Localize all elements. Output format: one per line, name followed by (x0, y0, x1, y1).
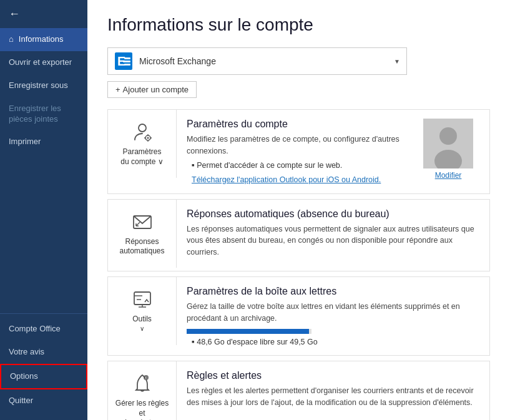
svg-rect-2 (124, 57, 130, 59)
boite-lettres-card: Outils∨ Paramètres de la boîte aux lettr… (107, 276, 490, 356)
boite-lettres-desc: Gérez la taille de votre boîte aux lettr… (187, 301, 479, 325)
storage-progress-fill (187, 329, 309, 334)
outlook-app-link[interactable]: Téléchargez l'application Outlook pour i… (192, 175, 381, 184)
sidebar-item-votre-avis[interactable]: Votre avis (0, 341, 87, 364)
sidebar-item-compte-office[interactable]: Compte Office (0, 318, 87, 341)
sidebar-item-label: Informations (19, 34, 64, 45)
main-content: Informations sur le compte E Microsoft E… (87, 0, 510, 420)
profile-edit-link[interactable]: Modifier (435, 171, 462, 180)
sidebar-item-enregistrer[interactable]: Enregistrer sous (0, 74, 87, 97)
regles-alertes-desc: Les règles et les alertes permettent d'o… (187, 385, 479, 409)
reponses-auto-content: Réponses automatiques (absence du bureau… (177, 200, 489, 271)
svg-point-13 (439, 127, 457, 145)
sidebar-item-label: Enregistrer les pièces jointes (9, 104, 61, 124)
account-dropdown[interactable]: E Microsoft Exchange ▼ (107, 47, 407, 75)
page-title: Informations sur le compte (107, 15, 490, 35)
dropdown-arrow-icon: ▼ (394, 58, 400, 65)
parametres-compte-content: Paramètres du compte Modifiez les paramè… (177, 110, 489, 193)
svg-rect-4 (124, 64, 130, 66)
exchange-logo: E (114, 52, 133, 71)
add-account-label: Ajouter un compte (123, 85, 189, 94)
boite-lettres-icon-box[interactable]: Outils∨ (108, 277, 177, 345)
reponses-auto-icon-box[interactable]: Réponsesautomatiques (108, 200, 177, 268)
reponses-auto-label[interactable]: Réponsesautomatiques (119, 237, 164, 256)
reponses-auto-title: Réponses automatiques (absence du bureau… (187, 208, 479, 220)
reponses-auto-card: Réponsesautomatiques Réponses automatiqu… (107, 199, 490, 271)
sidebar-item-label: Quitter (9, 396, 33, 405)
sidebar-item-label: Enregistrer sous (9, 81, 68, 90)
regles-alertes-icon-box[interactable]: ! Gérer les règles etles alertes (108, 361, 177, 420)
svg-point-7 (147, 137, 149, 139)
profile-photo (423, 119, 473, 168)
sidebar-item-options[interactable]: Options (0, 364, 87, 389)
back-button[interactable]: ← (0, 0, 87, 28)
parametres-compte-bullet-1: Permet d'accéder à ce compte sur le web. (192, 161, 417, 170)
regles-alertes-card: ! Gérer les règles etles alertes Règles … (107, 361, 490, 420)
sidebar-item-label: Imprimer (9, 137, 41, 146)
reponses-auto-icon (131, 211, 154, 233)
sidebar-item-label: Compte Office (9, 324, 61, 333)
sidebar-item-label: Votre avis (9, 347, 44, 356)
parametres-compte-title: Paramètres du compte (187, 119, 417, 130)
parametres-compte-icon-box[interactable]: Paramètres du compte ∨ (108, 110, 177, 178)
parametres-compte-card: Paramètres du compte ∨ Paramètres du com… (107, 109, 490, 194)
sidebar-item-quitter[interactable]: Quitter (0, 389, 87, 413)
parametres-compte-desc: Modifiez les paramètres de ce compte, ou… (187, 134, 417, 157)
outils-label[interactable]: Outils∨ (132, 315, 152, 334)
sidebar-item-label: Options (10, 371, 38, 381)
outils-icon (131, 288, 154, 311)
reponses-auto-desc: Les réponses automatiques vous permetten… (187, 223, 479, 258)
add-icon: + (115, 85, 120, 94)
add-account-button[interactable]: + Ajouter un compte (107, 81, 197, 98)
regles-alertes-label[interactable]: Gérer les règles etles alertes (114, 399, 170, 420)
boite-lettres-title: Paramètres de la boîte aux lettres (187, 286, 479, 297)
sidebar: ← ⌂ Informations Ouvrir et exporter Enre… (0, 0, 87, 420)
account-name: Microsoft Exchange (139, 56, 394, 66)
parametres-compte-icon (131, 121, 154, 144)
svg-rect-3 (123, 61, 130, 62)
sidebar-item-imprimer[interactable]: Imprimer (0, 130, 87, 154)
svg-text:!: ! (145, 376, 146, 380)
boite-lettres-content: Paramètres de la boîte aux lettres Gérez… (177, 277, 489, 356)
sidebar-item-informations[interactable]: ⌂ Informations (0, 28, 87, 51)
parametres-compte-label[interactable]: Paramètres du compte ∨ (120, 147, 163, 167)
storage-progress-bar (187, 329, 311, 334)
storage-text: 48,6 Go d'espace libre sur 49,5 Go (192, 338, 479, 346)
regles-alertes-title: Règles et alertes (187, 370, 479, 381)
profile-area: Modifier (423, 119, 473, 180)
sidebar-item-ouvrir[interactable]: Ouvrir et exporter (0, 51, 87, 74)
sidebar-item-enregistrer-pj[interactable]: Enregistrer les pièces jointes (0, 97, 87, 131)
sidebar-item-label: Ouvrir et exporter (9, 57, 72, 67)
svg-point-5 (139, 124, 146, 132)
svg-rect-18 (134, 292, 150, 305)
home-icon: ⌂ (9, 34, 14, 45)
regles-alertes-icon: ! (131, 373, 154, 395)
regles-alertes-content: Règles et alertes Les règles et les aler… (177, 361, 489, 420)
